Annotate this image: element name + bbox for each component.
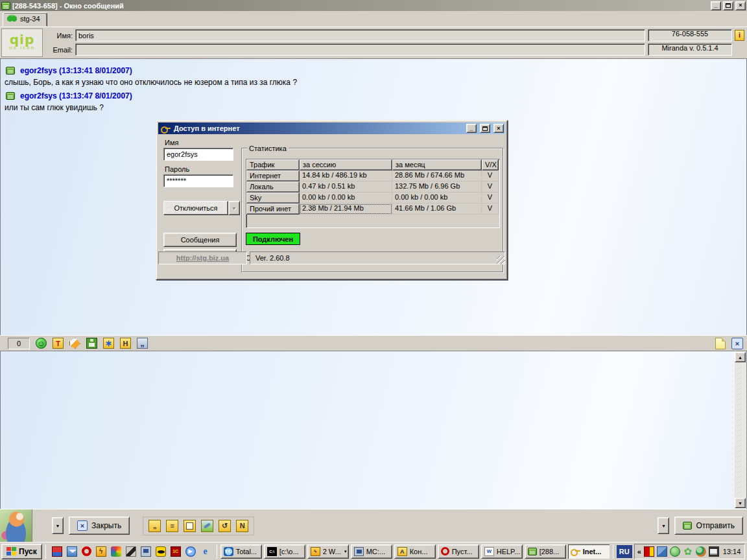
input-scrollbar[interactable]: ▲ ▼ [735,352,746,508]
dialog-close-button[interactable]: × [493,124,504,133]
password-input[interactable] [163,174,233,187]
cell[interactable]: V [482,204,499,215]
dialog-minimize-button[interactable]: _ [466,124,477,133]
cmd-icon: C:\ [267,547,277,556]
cell-focused[interactable]: 2.38 Mb / 21.94 Mb [300,204,392,215]
journal-icon[interactable]: ↺ [219,520,231,532]
name-field[interactable] [75,29,645,41]
task-total-commander[interactable]: TC Total... [220,544,262,559]
send-options-dropdown[interactable]: ▼ [658,517,669,534]
mail-icon[interactable] [67,546,77,557]
scroll-up-button[interactable]: ▲ [735,352,746,362]
row-header[interactable]: Sky [246,192,300,204]
ie-icon[interactable]: e [200,546,211,557]
history-icon[interactable]: H [120,338,131,349]
cell[interactable]: V [482,181,499,192]
tab-label: stg-34 [20,15,40,23]
task-word[interactable]: W HELP... [481,544,523,559]
minimize-button[interactable]: _ [711,1,721,10]
snowflake-icon[interactable]: ∗ [103,338,114,349]
column-header[interactable]: V/X [482,159,499,170]
floppy-icon[interactable] [52,546,62,557]
language-indicator[interactable]: RU [617,545,632,558]
tray-globe-icon[interactable] [696,546,706,557]
stg-link[interactable]: http://stg.biz.ua [176,254,229,262]
tray-icq-flower-icon[interactable]: ✿ [683,546,693,557]
notes-icon[interactable]: N [236,520,248,532]
task-winamp-group[interactable]: ϟ 2 W... ▼ [307,544,349,559]
tray-clock-sync-icon[interactable] [670,546,680,557]
text-format-icon[interactable]: T [53,338,64,349]
row-header[interactable]: Интернет [246,170,300,181]
new-note-icon[interactable] [715,338,726,349]
row-header[interactable]: Прочий инет [246,204,300,215]
restore-button[interactable] [723,1,733,10]
klipper-icon[interactable] [111,546,121,557]
scroll-down-button[interactable]: ▼ [735,498,746,508]
quote-search-icon[interactable]: „ [137,338,148,349]
internet-access-dialog: Доступ в интернет _ × Имя Пароль Отключи… [156,120,508,280]
column-header[interactable]: Трафик [246,159,300,170]
tray-chevron-icon[interactable]: « [637,548,641,555]
message-header: egor2fsys (13:13:47 8/01/2007) [6,91,742,100]
smiley-icon[interactable]: ☺ [36,338,47,349]
cell[interactable]: 132.75 Mb / 6.96 Gb [392,181,482,192]
column-header[interactable]: за месяц [392,159,482,170]
media-player-icon[interactable]: ▶ [185,546,196,557]
uin-field[interactable]: 76-058-555 [648,29,732,41]
message-input-area[interactable]: ▲ ▼ [0,351,747,509]
start-button[interactable]: Пуск [1,544,42,559]
cell[interactable]: 0.00 kb / 0.00 kb [300,192,392,204]
user-info-icon[interactable] [735,30,744,41]
template-icon[interactable]: ≡ [166,520,178,532]
disconnect-dropdown[interactable]: ▼ [228,201,240,215]
column-header[interactable]: за сессию [300,159,392,170]
task-opera[interactable]: Пуст... [438,544,479,559]
close-button[interactable]: × [735,1,746,10]
save-icon[interactable] [86,338,97,349]
dialog-maximize-button[interactable] [480,124,490,133]
task-cmd[interactable]: C:\ [c:\o... [264,544,305,559]
avatar[interactable] [0,509,32,542]
input-toolbar: 0 ☺ T ∗ H „ × [0,335,747,351]
cell[interactable]: V [482,170,499,181]
send-button[interactable]: Отправить [674,517,743,535]
tab-stg-34[interactable]: stg-34 [3,12,47,27]
task-mc[interactable]: MC:... [351,544,392,559]
winamp-icon[interactable]: ϟ [96,546,106,557]
window-message-icon [1,2,10,10]
batman-icon[interactable] [156,546,166,557]
telescope-icon[interactable] [126,546,136,557]
tray-messenger-icon[interactable] [644,546,654,557]
row-header[interactable]: Локаль [246,181,300,192]
1c-icon[interactable]: 1С [171,546,181,557]
task-message-window[interactable]: [288... [525,544,566,559]
connection-status-badge: Подключен [246,233,300,245]
close-options-dropdown[interactable]: ▼ [52,517,64,534]
task-console[interactable]: А Кон... [394,544,436,559]
cell[interactable]: 28.86 Mb / 674.66 Mb [392,170,482,181]
quote-icon[interactable]: „ [148,520,161,532]
client-version-field[interactable]: Miranda v. 0.5.1.4 [648,43,732,56]
wrench-icon[interactable] [201,520,213,532]
cell[interactable]: 0.47 kb / 0.51 kb [300,181,392,192]
messages-button[interactable]: Сообщения [163,233,237,247]
table-row: Прочий инет 2.38 Mb / 21.94 Mb 41.66 Mb … [246,204,499,215]
cell[interactable]: 14.84 kb / 486.19 kb [300,170,392,181]
cell[interactable]: 0.00 kb / 0.00 kb [392,192,482,204]
cell[interactable]: V [482,192,499,204]
email-field[interactable] [75,43,645,56]
paint-bucket-icon[interactable] [69,338,80,349]
cell[interactable]: 41.66 Mb / 1.06 Gb [392,204,482,215]
resize-grip[interactable] [497,256,505,264]
close-tab-icon[interactable]: × [731,338,743,349]
login-input[interactable] [163,148,233,161]
opera-icon[interactable] [82,546,91,556]
window-select-icon[interactable] [184,520,196,532]
disconnect-button[interactable]: Отключиться [163,201,228,215]
remote-desktop-icon[interactable] [141,546,151,557]
close-chat-button[interactable]: × Закрыть [69,517,130,535]
tray-mail-watch-icon[interactable] [709,546,719,557]
task-inet-access[interactable]: Inet... [568,544,610,559]
tray-network-icon[interactable] [657,546,667,557]
